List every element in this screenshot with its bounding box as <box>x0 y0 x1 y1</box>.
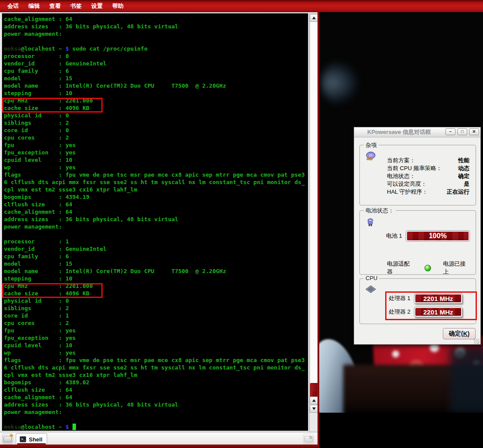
scrollbar-track[interactable] <box>310 22 318 397</box>
new-session-button[interactable]: ✷ <box>2 434 13 444</box>
misc-row-brightness: 可以设定亮度： 是 <box>387 180 469 188</box>
menu-session[interactable]: 会话 <box>3 1 23 11</box>
terminal-output-top: cache_alignment : 64 address sizes : 36 … <box>4 15 178 38</box>
misc-row-cpu-policy: 当前 CPU 频率策略： 动态 <box>387 164 469 172</box>
prompt-dollar: $ <box>66 424 69 430</box>
prompt-host: @localhost ~ <box>21 45 66 52</box>
processor1-row: 处理器 1 2201 MHz <box>389 293 462 304</box>
misc-value: 确定 <box>458 172 469 180</box>
x-icon: ✕ <box>309 435 313 440</box>
scrollbar-grip-icon <box>312 391 317 397</box>
kpowersave-dialog: KPowersave 信息对话框 – □ ✕ 杂项 <box>354 127 481 345</box>
scroll-up-icon <box>312 399 316 402</box>
menu-edit[interactable]: 编辑 <box>24 1 44 11</box>
ac-adapter-label: 电源适配器 <box>387 260 413 276</box>
video-blue-glow <box>321 61 359 105</box>
misc-label: HAL 守护程序： <box>387 188 428 196</box>
scroll-down-icon <box>312 407 316 410</box>
prompt-space <box>69 424 72 430</box>
menu-view[interactable]: 查看 <box>45 1 65 11</box>
ok-button-text: 确定( <box>449 330 463 338</box>
power-plug-icon <box>365 217 376 227</box>
misc-label: 当前方案： <box>387 157 415 164</box>
processor1-freq-bar: 2201 MHz <box>414 293 462 304</box>
annotation-box-cpu0-mhz <box>2 98 103 113</box>
battery-row: 电池 1 100% <box>386 230 470 242</box>
misc-rows: 当前方案： 性能 当前 CPU 频率策略： 动态 电池状态： 确定 可以设定亮度… <box>387 157 469 196</box>
misc-groupbox: 杂项 当前方案： 性能 当前 CPU 频率策略： <box>359 145 476 205</box>
konsole-menubar: 会话 编辑 查看 书签 设置 帮助 <box>0 0 483 12</box>
dialog-window-buttons: – □ ✕ <box>445 128 479 135</box>
processor1-freq-value: 2201 MHz <box>415 294 461 302</box>
prompt-username: moksa <box>4 45 21 52</box>
processor2-freq-bar: 2201 MHz <box>414 307 462 317</box>
misc-value: 性能 <box>458 157 469 164</box>
misc-label: 电池状态： <box>387 172 415 180</box>
scroll-up-icon <box>312 17 316 19</box>
close-session-icon: ✕ <box>304 436 313 442</box>
ok-button-text: ) <box>468 330 470 337</box>
misc-value: 动态 <box>458 164 469 172</box>
misc-label: 当前 CPU 频率策略： <box>387 164 442 172</box>
maximize-button[interactable]: □ <box>457 128 467 135</box>
ac-adapter-status: 电源已接上 <box>443 260 469 276</box>
prompt-username: moksa <box>4 424 21 430</box>
terminal-icon: >_ <box>20 436 26 442</box>
cpu-group-title: CPU <box>364 275 379 281</box>
misc-group-title: 杂项 <box>364 141 379 149</box>
kpowersave-snail-icon <box>365 151 376 161</box>
battery-progressbar: 100% <box>406 230 470 242</box>
green-led-icon <box>424 265 431 271</box>
terminal-scrollbar[interactable] <box>309 14 318 434</box>
misc-label: 可以设定亮度： <box>387 180 427 188</box>
video-navy-patch <box>450 347 483 413</box>
menu-settings[interactable]: 设置 <box>87 1 107 11</box>
battery-progress-value: 100% <box>407 232 469 240</box>
terminal-frame: cache_alignment : 64 address sizes : 36 … <box>0 12 317 432</box>
tab-shell-label: Shell <box>29 436 42 443</box>
battery-groupbox: 电池状态： 电池 1 100% 电源适配器 <box>359 210 476 275</box>
minimize-button[interactable]: – <box>445 128 455 135</box>
cpu-groupbox: CPU 处理器 1 2201 MHz 处理器 2 <box>359 278 476 324</box>
battery-label: 电池 1 <box>386 232 402 240</box>
desktop: 会话 编辑 查看 书签 设置 帮助 cache_alignment : 64 a… <box>0 0 483 448</box>
misc-row-battery: 电池状态： 确定 <box>387 172 469 180</box>
processor2-label: 处理器 2 <box>389 308 411 316</box>
terminal-viewport[interactable]: cache_alignment : 64 address sizes : 36 … <box>2 13 308 431</box>
video-black-strip <box>319 413 483 448</box>
dialog-titlebar[interactable]: KPowersave 信息对话框 – □ ✕ <box>354 127 480 137</box>
menu-help[interactable]: 帮助 <box>108 1 128 11</box>
terminal-prompt-command: moksa@localhost ~ $ sudo cat /proc/cpuin… <box>4 45 148 52</box>
processor2-row: 处理器 2 2201 MHz <box>389 307 462 317</box>
resize-grip[interactable] <box>474 339 480 344</box>
scrollbar-top-up-button[interactable] <box>310 14 318 22</box>
ac-adapter-row: 电源适配器 电源已接上 <box>387 260 469 276</box>
window-bottom-border <box>0 445 319 448</box>
battery-group-title: 电池状态： <box>364 207 396 215</box>
menu-bookmarks[interactable]: 书签 <box>66 1 86 11</box>
processor2-freq-value: 2201 MHz <box>415 308 461 316</box>
prompt-command-text: sudo cat /proc/cpuinfo <box>69 45 148 52</box>
scrollbar-up-button[interactable] <box>310 397 318 404</box>
close-button[interactable]: ✕ <box>469 128 479 135</box>
misc-value: 是 <box>464 180 469 188</box>
star-icon: ✷ <box>9 433 14 438</box>
prompt-dollar: $ <box>66 45 69 52</box>
terminal-prompt-current: moksa@localhost ~ $ <box>4 423 76 431</box>
close-session-button[interactable]: ✕ <box>303 434 314 444</box>
ok-button-accel: K <box>463 330 467 337</box>
session-tabbar: ✷ >_ Shell ✕ <box>0 432 317 445</box>
scrollbar-down-button[interactable] <box>310 405 318 413</box>
new-session-icon: ✷ <box>3 436 12 442</box>
prompt-host: @localhost ~ <box>21 424 66 430</box>
window-right-border <box>317 12 319 448</box>
ok-button[interactable]: 确定(K) <box>443 328 476 339</box>
misc-value: 正在运行 <box>447 188 469 196</box>
processor1-label: 处理器 1 <box>389 294 411 302</box>
terminal-cursor <box>72 424 76 430</box>
konsole-window: cache_alignment : 64 address sizes : 36 … <box>0 12 319 448</box>
misc-row-scheme: 当前方案： 性能 <box>387 157 469 164</box>
tab-shell[interactable]: >_ Shell <box>16 433 47 445</box>
processor-chip-icon <box>365 285 376 294</box>
annotation-box-cpu1-mhz <box>2 283 103 298</box>
